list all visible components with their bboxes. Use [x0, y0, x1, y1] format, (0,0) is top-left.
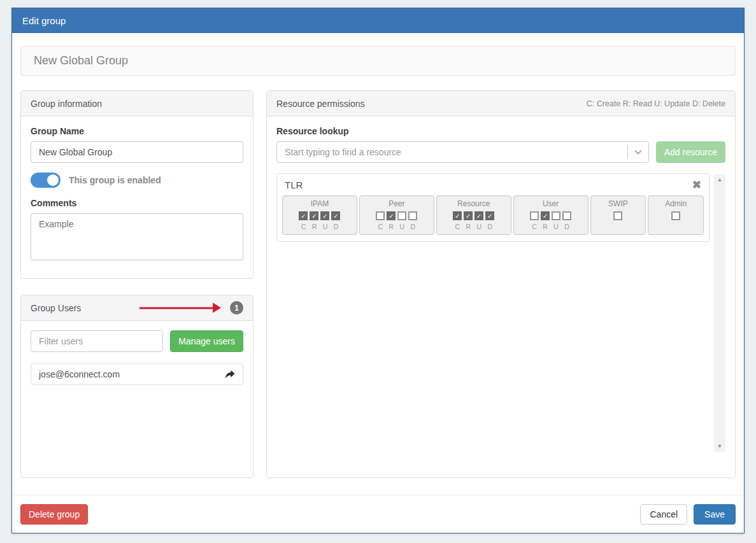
permission-row: IPAM✓✓✓✓CRUDPeer✓CRUDResource✓✓✓✓CRUDUse… [282, 195, 704, 235]
delete-group-button[interactable]: Delete group [20, 504, 88, 525]
permission-cell-peer: Peer✓CRUD [359, 195, 434, 235]
user-count-badge: 1 [230, 301, 243, 314]
permission-cell-admin: Admin [648, 195, 704, 235]
permission-category-label: Resource [441, 199, 507, 208]
vertical-scrollbar[interactable]: ▲ ▼ [714, 174, 725, 452]
resource-lookup-label: Resource lookup [276, 126, 725, 136]
resource-scroll-area: TLR✖IPAM✓✓✓✓CRUDPeer✓CRUDResource✓✓✓✓CRU… [276, 173, 725, 466]
permission-category-label: User [518, 199, 584, 208]
share-user-icon[interactable] [224, 370, 235, 379]
modal-body: New Global Group Group information Group… [12, 46, 744, 478]
group-users-header: Group Users [31, 303, 81, 313]
cancel-button[interactable]: Cancel [640, 504, 687, 525]
permission-cell-swip: SWIP [590, 195, 646, 235]
toggle-knob [46, 173, 60, 187]
permission-cell-user: User✓CRUD [513, 195, 588, 235]
unchecked-checkbox[interactable] [397, 211, 406, 220]
group-enabled-toggle[interactable] [31, 173, 61, 188]
annotation-arrow [139, 307, 213, 309]
group-information-panel: Group information Group Name This group … [20, 90, 253, 279]
save-button[interactable]: Save [694, 504, 736, 525]
resource-lookup-combo [276, 141, 649, 163]
crud-letters: CRUD [287, 223, 353, 230]
unchecked-checkbox[interactable] [408, 211, 417, 220]
user-email: jose@6connect.com [39, 369, 120, 379]
permission-category-label: IPAM [287, 199, 353, 208]
modal-title: Edit group [12, 8, 744, 33]
group-users-list: jose@6connect.com [31, 363, 243, 385]
permission-cell-ipam: IPAM✓✓✓✓CRUD [282, 195, 357, 235]
checked-checkbox[interactable]: ✓ [464, 211, 473, 220]
permission-category-label: Peer [364, 199, 430, 208]
unchecked-checkbox[interactable] [613, 211, 622, 220]
crud-letters: CRUD [364, 223, 430, 230]
checked-checkbox[interactable]: ✓ [387, 211, 396, 220]
resource-permissions-header: Resource permissions [276, 99, 365, 109]
scroll-down-icon[interactable]: ▼ [717, 444, 723, 449]
group-information-header: Group information [31, 99, 102, 109]
resource-lookup-input[interactable] [277, 143, 627, 161]
checked-checkbox[interactable]: ✓ [474, 211, 483, 220]
unchecked-checkbox[interactable] [552, 211, 560, 220]
group-enabled-label: This group is enabled [69, 175, 161, 185]
unchecked-checkbox[interactable] [376, 211, 385, 220]
crud-letters: CRUD [518, 223, 584, 230]
resource-name: TLR [285, 180, 303, 190]
filter-users-input[interactable] [31, 330, 163, 352]
comments-textarea[interactable]: Example [31, 213, 243, 260]
checked-checkbox[interactable]: ✓ [453, 211, 462, 220]
edit-group-modal: Edit group New Global Group Group inform… [11, 8, 745, 533]
crud-legend: C: Create R: Read U: Update D: Delete [587, 99, 725, 108]
permission-category-label: SWIP [595, 199, 642, 208]
checked-checkbox[interactable]: ✓ [320, 211, 329, 220]
group-users-panel: Group Users 1 Manage users jose@6connect… [20, 295, 253, 478]
resource-permissions-panel: Resource permissions C: Create R: Read U… [266, 90, 736, 478]
comments-label: Comments [31, 198, 243, 208]
unchecked-checkbox[interactable] [562, 211, 571, 220]
checked-checkbox[interactable]: ✓ [331, 211, 340, 220]
checked-checkbox[interactable]: ✓ [485, 211, 494, 220]
permission-category-label: Admin [652, 199, 699, 208]
crud-letters: CRUD [441, 223, 507, 230]
resource-card: TLR✖IPAM✓✓✓✓CRUDPeer✓CRUDResource✓✓✓✓CRU… [276, 173, 710, 242]
checked-checkbox[interactable]: ✓ [541, 211, 550, 220]
unchecked-checkbox[interactable] [671, 211, 680, 220]
chevron-down-icon[interactable] [628, 150, 648, 155]
manage-users-button[interactable]: Manage users [170, 330, 243, 352]
group-title: New Global Group [20, 46, 736, 76]
unchecked-checkbox[interactable] [530, 211, 539, 220]
user-list-item[interactable]: jose@6connect.com [31, 363, 243, 385]
remove-resource-icon[interactable]: ✖ [692, 180, 701, 190]
checked-checkbox[interactable]: ✓ [310, 211, 318, 220]
checked-checkbox[interactable]: ✓ [299, 211, 308, 220]
resource-list: TLR✖IPAM✓✓✓✓CRUDPeer✓CRUDResource✓✓✓✓CRU… [276, 173, 710, 242]
add-resource-button[interactable]: Add resource [656, 141, 725, 163]
modal-footer: Delete group Cancel Save [12, 495, 744, 533]
scroll-up-icon[interactable]: ▲ [717, 177, 723, 183]
group-name-label: Group Name [31, 126, 243, 136]
group-name-input[interactable] [31, 141, 243, 163]
permission-cell-resource: Resource✓✓✓✓CRUD [436, 195, 511, 235]
